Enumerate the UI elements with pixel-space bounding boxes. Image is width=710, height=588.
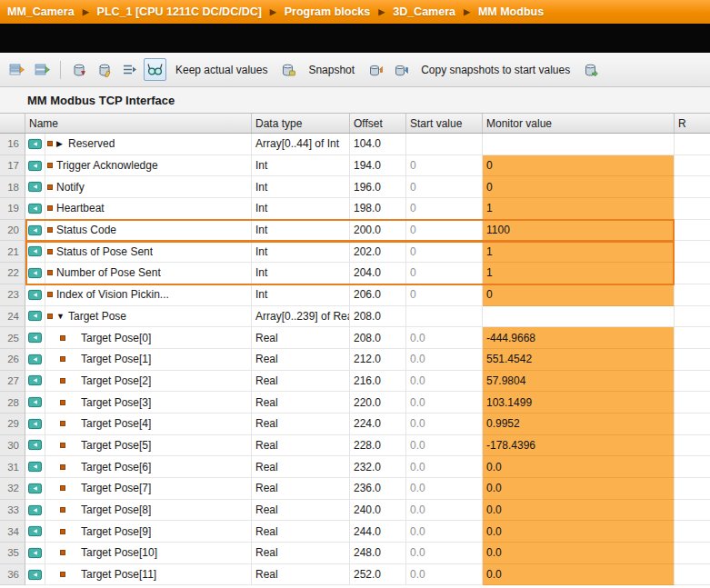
start-value-cell[interactable]: 0.0 <box>406 327 483 349</box>
data-type-cell[interactable]: Int <box>252 176 350 198</box>
start-value-cell[interactable]: 0.0 <box>406 500 483 522</box>
table-row[interactable]: 26Target Pose[1]Real212.00.0551.4542 <box>0 349 710 371</box>
table-row[interactable]: 35Target Pose[10]Real248.00.00.0 <box>0 543 710 564</box>
breadcrumb-item[interactable]: MM Modbus <box>478 5 544 18</box>
start-value-cell[interactable]: 0.0 <box>406 521 483 543</box>
load-snapshot-up-button[interactable] <box>364 58 386 81</box>
retain-values-button[interactable] <box>276 58 299 81</box>
data-type-cell[interactable]: Int <box>252 263 350 284</box>
data-type-cell[interactable]: Real <box>252 349 350 371</box>
table-row[interactable]: 20Status CodeInt200.001100 <box>0 220 710 242</box>
reset-start-values-button[interactable] <box>67 58 90 81</box>
name-cell[interactable]: Target Pose[6] <box>45 456 252 478</box>
column-header-data-type[interactable]: Data type <box>252 114 350 133</box>
start-value-cell[interactable]: 0 <box>406 241 483 263</box>
table-row[interactable]: 30Target Pose[5]Real228.00.0-178.4396 <box>0 435 710 457</box>
table-row[interactable]: 33Target Pose[8]Real240.00.00.0 <box>0 500 710 522</box>
start-value-cell[interactable]: 0 <box>406 284 483 306</box>
start-value-cell[interactable]: 0 <box>406 263 483 284</box>
breadcrumb-item[interactable]: MM_Camera <box>7 5 75 18</box>
name-cell[interactable]: Target Pose[8] <box>45 500 252 522</box>
name-cell[interactable]: ▶Reserved <box>45 134 252 155</box>
start-value-cell[interactable]: 0.0 <box>406 392 483 414</box>
data-type-cell[interactable]: Real <box>252 435 350 457</box>
name-cell[interactable]: Target Pose[3] <box>45 392 252 414</box>
data-type-cell[interactable]: Real <box>252 564 350 586</box>
data-type-cell[interactable]: Int <box>252 220 350 242</box>
column-header-name[interactable]: Name <box>25 114 252 133</box>
name-cell[interactable]: Target Pose[0] <box>45 327 252 349</box>
data-type-cell[interactable]: Real <box>252 500 350 522</box>
data-type-cell[interactable]: Real <box>252 414 350 435</box>
start-value-cell[interactable]: 0 <box>406 176 483 198</box>
start-value-cell[interactable]: 0.0 <box>406 456 483 478</box>
snapshot-label[interactable]: Snapshot <box>308 64 355 76</box>
table-row[interactable]: 31Target Pose[6]Real232.00.00.0 <box>0 456 710 478</box>
name-cell[interactable]: Notify <box>45 176 252 198</box>
table-row[interactable]: 22Number of Pose SentInt204.001 <box>0 263 710 284</box>
start-value-cell[interactable]: 0 <box>406 198 483 220</box>
table-row[interactable]: 19HeartbeatInt198.001 <box>0 198 710 220</box>
name-cell[interactable]: Number of Pose Sent <box>45 263 252 284</box>
data-type-cell[interactable]: Real <box>252 327 350 349</box>
column-header-retain[interactable]: R <box>675 114 710 133</box>
collapse-arrow-icon[interactable]: ▼ <box>56 312 68 321</box>
table-row[interactable]: 16▶ReservedArray[0..44] of Int104.0 <box>0 134 710 155</box>
name-cell[interactable]: Target Pose[2] <box>45 371 252 393</box>
copy-snapshots-label[interactable]: Copy snapshots to start values <box>421 64 570 76</box>
breadcrumb-item[interactable]: PLC_1 [CPU 1211C DC/DC/DC] <box>97 5 262 18</box>
start-value-cell[interactable]: 0 <box>406 155 483 177</box>
name-cell[interactable]: ▼Target Pose <box>45 306 252 328</box>
name-cell[interactable]: Target Pose[5] <box>45 435 252 457</box>
expand-members-button[interactable] <box>118 58 141 81</box>
data-type-cell[interactable]: Array[0..44] of Int <box>252 134 350 155</box>
table-row[interactable]: 27Target Pose[2]Real216.00.057.9804 <box>0 371 710 393</box>
name-cell[interactable]: Target Pose[1] <box>45 349 252 371</box>
table-row[interactable]: 34Target Pose[9]Real244.00.00.0 <box>0 521 710 543</box>
start-value-cell[interactable]: 0.0 <box>406 414 483 435</box>
insert-row-button[interactable] <box>5 58 28 81</box>
name-cell[interactable]: Target Pose[11] <box>45 564 252 586</box>
name-cell[interactable]: Target Pose[10] <box>45 543 252 564</box>
keep-actual-values-label[interactable]: Keep actual values <box>175 64 267 76</box>
start-value-cell[interactable]: 0 <box>406 220 483 242</box>
table-row[interactable]: 32Target Pose[7]Real236.00.00.0 <box>0 478 710 500</box>
table-row[interactable]: 29Target Pose[4]Real224.00.00.9952 <box>0 414 710 435</box>
start-value-cell[interactable] <box>406 134 483 155</box>
data-type-cell[interactable]: Int <box>252 155 350 177</box>
data-type-cell[interactable]: Real <box>252 521 350 543</box>
data-type-cell[interactable]: Real <box>252 478 350 500</box>
table-row[interactable]: 28Target Pose[3]Real220.00.0103.1499 <box>0 392 710 414</box>
data-type-cell[interactable]: Real <box>252 371 350 393</box>
breadcrumb-item[interactable]: 3D_Camera <box>393 5 455 18</box>
data-type-cell[interactable]: Real <box>252 543 350 564</box>
start-value-cell[interactable]: 0.0 <box>406 564 483 586</box>
load-snapshot-down-button[interactable] <box>389 58 412 81</box>
table-row[interactable]: 23Index of Vision Pickin...Int206.000 <box>0 284 710 306</box>
start-value-cell[interactable]: 0.0 <box>406 478 483 500</box>
column-header-offset[interactable]: Offset <box>350 114 406 133</box>
column-header-start-value[interactable]: Start value <box>406 114 483 133</box>
data-type-cell[interactable]: Int <box>252 241 350 263</box>
name-cell[interactable]: Heartbeat <box>45 198 252 220</box>
start-value-cell[interactable] <box>406 306 483 328</box>
breadcrumb-item[interactable]: Program blocks <box>285 5 370 18</box>
modify-values-button[interactable] <box>93 58 115 81</box>
table-row[interactable]: 17Trigger AcknowledgeInt194.000 <box>0 155 710 177</box>
data-type-cell[interactable]: Real <box>252 456 350 478</box>
data-type-cell[interactable]: Int <box>252 284 350 306</box>
table-row[interactable]: 21Status of Pose SentInt202.001 <box>0 241 710 263</box>
data-type-cell[interactable]: Real <box>252 392 350 414</box>
copy-snapshot-button[interactable] <box>579 58 602 81</box>
table-row[interactable]: 36Target Pose[11]Real252.00.00.0 <box>0 564 710 586</box>
name-cell[interactable]: Target Pose[4] <box>45 414 252 435</box>
name-cell[interactable]: Status of Pose Sent <box>45 241 252 263</box>
data-type-cell[interactable]: Array[0..239] of Real <box>252 306 350 328</box>
column-header-monitor-value[interactable]: Monitor value <box>483 114 675 133</box>
name-cell[interactable]: Target Pose[9] <box>45 521 252 543</box>
table-row[interactable]: 18NotifyInt196.000 <box>0 176 710 198</box>
start-value-cell[interactable]: 0.0 <box>406 349 483 371</box>
name-cell[interactable]: Index of Vision Pickin... <box>45 284 252 306</box>
name-cell[interactable]: Trigger Acknowledge <box>45 155 252 177</box>
start-value-cell[interactable]: 0.0 <box>406 371 483 393</box>
